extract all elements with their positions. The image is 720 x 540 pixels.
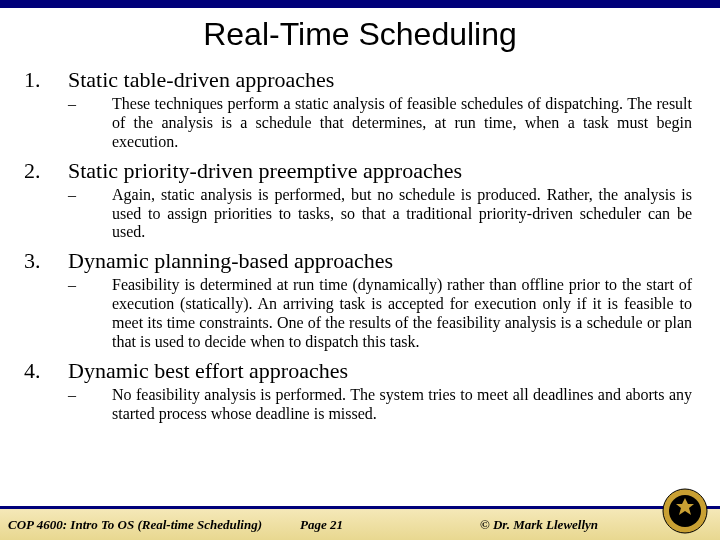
item-heading: Static priority-driven preemptive approa… — [68, 158, 462, 184]
list-item: 1. Static table-driven approaches – Thes… — [24, 67, 696, 152]
ucf-logo-icon — [660, 486, 710, 536]
footer-course: COP 4600: Intro To OS (Real-time Schedul… — [0, 517, 300, 533]
bullet-dash: – — [68, 386, 112, 424]
bullet-dash: – — [68, 186, 112, 243]
bullet-dash: – — [68, 95, 112, 152]
footer-page: Page 21 — [300, 517, 440, 533]
item-heading: Dynamic best effort approaches — [68, 358, 348, 384]
item-description: No feasibility analysis is performed. Th… — [112, 386, 696, 424]
list-item: 3. Dynamic planning-based approaches – F… — [24, 248, 696, 352]
item-number: 2. — [24, 158, 68, 184]
slide-content: 1. Static table-driven approaches – Thes… — [0, 67, 720, 424]
item-description: Again, static analysis is performed, but… — [112, 186, 696, 243]
item-number: 3. — [24, 248, 68, 274]
top-accent-bar — [0, 0, 720, 8]
list-item: 4. Dynamic best effort approaches – No f… — [24, 358, 696, 424]
list-item: 2. Static priority-driven preemptive app… — [24, 158, 696, 243]
item-heading: Dynamic planning-based approaches — [68, 248, 393, 274]
item-description: These techniques perform a static analys… — [112, 95, 696, 152]
bullet-dash: – — [68, 276, 112, 352]
item-number: 1. — [24, 67, 68, 93]
slide-footer: COP 4600: Intro To OS (Real-time Schedul… — [0, 506, 720, 540]
item-description: Feasibility is determined at run time (d… — [112, 276, 696, 352]
item-number: 4. — [24, 358, 68, 384]
slide-title: Real-Time Scheduling — [0, 16, 720, 53]
item-heading: Static table-driven approaches — [68, 67, 334, 93]
